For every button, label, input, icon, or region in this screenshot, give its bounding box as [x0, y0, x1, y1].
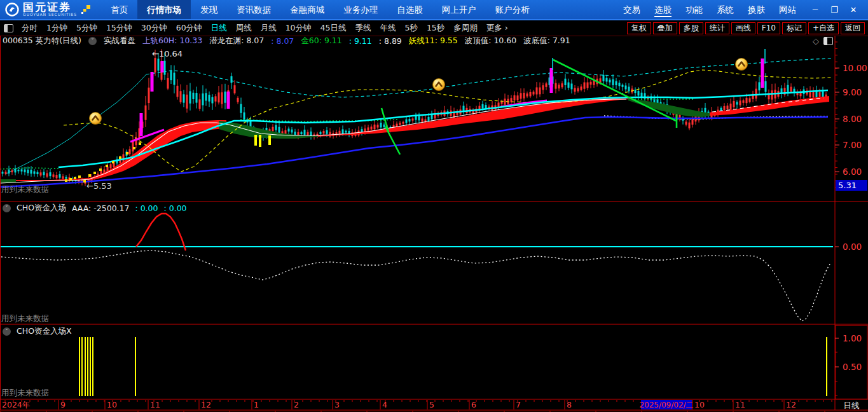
tf-30min[interactable]: 30分钟 [137, 23, 172, 34]
svg-text:7: 7 [516, 400, 521, 409]
brand-logo[interactable]: 国元证券 GUOYUAN SECURITIES [0, 0, 101, 19]
rocket-icon [81, 4, 91, 15]
indicator-upper-band: 上轨60H: 10.33 [142, 36, 202, 46]
svg-text:11: 11 [735, 400, 745, 409]
chevron-down-icon[interactable]: ˅ [3, 204, 11, 212]
adjust-price-button[interactable]: 复权 [627, 22, 651, 34]
svg-text:8: 8 [567, 400, 572, 409]
minimize-button[interactable]: ─ [807, 5, 823, 15]
overlay-button[interactable]: 叠加 [653, 22, 677, 34]
add-watchlist-button[interactable]: +自选 [808, 22, 839, 34]
menu-item-discover[interactable]: 发现 [191, 0, 227, 19]
panel2-value-2: : 0.00 [135, 203, 158, 213]
close-button[interactable]: ✕ [845, 5, 862, 15]
guoyuan-logo-icon [5, 3, 19, 17]
window-controls: ─ ❐ ✕ [807, 5, 862, 15]
menu-item-news-data[interactable]: 资讯数据 [227, 0, 280, 19]
diamond-marker-icon[interactable]: ◇ [813, 37, 819, 45]
tf-quarterly[interactable]: 季线 [350, 23, 375, 34]
svg-text:←5.53: ←5.53 [86, 181, 112, 191]
indicator-wave-bottom: 波底值: 7.91 [523, 36, 570, 46]
statistics-button[interactable]: 统计 [705, 22, 729, 34]
tf-5min[interactable]: 5分钟 [72, 23, 102, 34]
panel2-aaa-value: AAA: -2500.17 [72, 203, 130, 213]
chevron-down-icon[interactable]: ˅ [3, 327, 11, 336]
menu-item-business[interactable]: 业务办理 [334, 0, 387, 19]
panel2-value-3: : 0.00 [164, 203, 187, 213]
svg-text:2025/09/02/二: 2025/09/02/二 [639, 401, 693, 409]
tf-10min[interactable]: 10分钟 [281, 23, 316, 34]
indicator-set-label[interactable]: 实战看盘 [104, 36, 135, 46]
multi-stock-button[interactable]: 多股 [679, 22, 703, 34]
svg-text:5.31: 5.31 [838, 181, 857, 190]
svg-text:←10.64: ←10.64 [152, 49, 183, 58]
f10-button[interactable]: F10 [757, 22, 780, 34]
right-nav: 交易 选股 功能 系统 换肤 网站 [616, 0, 803, 19]
menu-item-trade[interactable]: 交易 [616, 0, 647, 19]
menu-item-stock-picker[interactable]: 选股 [647, 0, 679, 19]
indicator-qianlong-2: : 8.07 [271, 36, 294, 46]
mark-button[interactable]: 标记 [782, 22, 806, 34]
menu-item-home[interactable]: 首页 [101, 0, 137, 19]
indicator-jin60-3: : 8.89 [379, 36, 402, 46]
indicator-wave-top: 波顶值: 10.60 [465, 36, 516, 46]
main-nav: 首页 行情市场 发现 资讯数据 金融商城 业务办理 自选股 网上开户 账户分析 [101, 0, 539, 19]
svg-text:10: 10 [694, 400, 705, 409]
tf-15min[interactable]: 15分钟 [102, 23, 137, 34]
panel-layout-icon[interactable] [823, 37, 833, 45]
menu-item-account-analysis[interactable]: 账户分析 [486, 0, 539, 19]
svg-text:6: 6 [471, 400, 476, 409]
tf-daily[interactable]: 日线 [207, 23, 231, 34]
tf-more[interactable]: 更多 › [482, 23, 513, 34]
indicator-qianlong: 潜龙在渊: 8.07 [209, 36, 264, 46]
stock-title: 000635 英力特(日线) [3, 36, 81, 46]
panel3-title[interactable]: CHO资金入场X [17, 326, 72, 337]
svg-text:1: 1 [254, 400, 259, 409]
trading-terminal-window: ←10.64←5.5310.009.008.007.006.005.310.00… [0, 0, 868, 412]
timeframe-toolbar: 分时 1分钟 5分钟 15分钟 30分钟 60分钟 日线 周线 月线 10分钟 … [0, 19, 868, 36]
restore-button[interactable]: ❐ [826, 5, 843, 15]
svg-text:10: 10 [107, 400, 117, 409]
svg-text:8.00: 8.00 [843, 114, 862, 124]
back-button[interactable]: 返回 [841, 22, 865, 34]
menu-item-market[interactable]: 行情市场 [137, 0, 191, 19]
future-data-note: 用到未来数据 [1, 184, 49, 195]
menu-item-skin[interactable]: 换肤 [741, 0, 772, 19]
stock-info-bar: 000635 英力特(日线) ˅ 实战看盘 上轨60H: 10.33 潜龙在渊:… [3, 36, 570, 46]
chart-tools: 复权 叠加 多股 统计 画线 F10 标记 +自选 返回 [627, 22, 868, 34]
brand-name: 国元证券 [23, 3, 77, 12]
svg-text:5: 5 [429, 400, 434, 409]
future-data-note: 用到未来数据 [1, 388, 49, 399]
layout-split-icon[interactable] [4, 24, 13, 32]
brand-subtitle: GUOYUAN SECURITIES [23, 12, 77, 17]
tf-5sec[interactable]: 5秒 [400, 23, 422, 34]
menu-item-open-account[interactable]: 网上开户 [432, 0, 486, 19]
menu-item-functions[interactable]: 功能 [679, 0, 710, 19]
menu-item-watchlist[interactable]: 自选股 [387, 0, 432, 19]
svg-text:7.00: 7.00 [843, 140, 862, 150]
chevron-down-icon[interactable]: ˅ [88, 37, 97, 45]
svg-text:6.00: 6.00 [843, 167, 862, 177]
tf-1min[interactable]: 1分钟 [42, 23, 72, 34]
tf-45day[interactable]: 45日线 [316, 23, 351, 34]
menu-item-system[interactable]: 系统 [710, 0, 741, 19]
svg-text:10.00: 10.00 [843, 63, 867, 73]
tf-weekly[interactable]: 周线 [231, 23, 256, 34]
panel2-title[interactable]: CHO资金入场 [17, 203, 66, 214]
menu-item-finance-mall[interactable]: 金融商城 [280, 0, 334, 19]
tf-15sec[interactable]: 15秒 [422, 23, 449, 34]
svg-text:11: 11 [150, 400, 160, 409]
draw-line-button[interactable]: 画线 [731, 22, 755, 34]
panel2-header: ˅ CHO资金入场 AAA: -2500.17 : 0.00 : 0.00 [3, 203, 187, 214]
tf-yearly[interactable]: 年线 [375, 23, 400, 34]
svg-text:2024年: 2024年 [2, 400, 30, 409]
svg-text:12: 12 [786, 400, 796, 409]
future-data-note: 用到未来数据 [1, 313, 49, 324]
tf-intraday[interactable]: 分时 [17, 23, 42, 34]
svg-text:4: 4 [382, 400, 387, 409]
svg-text:9.00: 9.00 [843, 87, 862, 97]
menu-item-website[interactable]: 网站 [772, 0, 803, 19]
tf-60min[interactable]: 60分钟 [172, 23, 207, 34]
tf-multi-period[interactable]: 多周期 [449, 23, 482, 34]
tf-monthly[interactable]: 月线 [256, 23, 281, 34]
